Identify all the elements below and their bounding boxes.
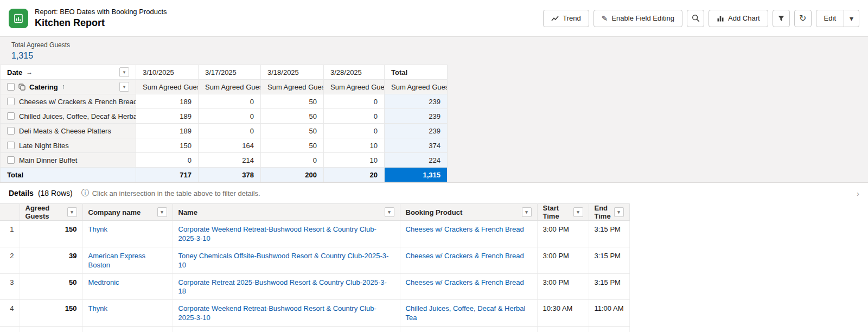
enable-field-editing-button[interactable]: ✎ Enable Field Editing [593,10,682,27]
company-link[interactable]: Thynk [82,300,173,327]
company-filter-button[interactable]: ▾ [157,207,167,217]
end-time-filter-button[interactable]: ▾ [614,207,624,217]
row-number: 4 [0,300,20,327]
pivot-col-header[interactable]: 3/10/2025 [136,65,199,80]
pivot-cell[interactable]: 214 [199,153,261,168]
refresh-icon: ↻ [799,14,806,23]
pivot-row-total-cell[interactable]: 239 [385,124,448,138]
booking-product-link[interactable]: Cheeses w/ Crackers & French Bread [400,247,537,273]
pivot-cell[interactable]: 150 [136,138,199,153]
chevron-right-icon[interactable]: › [857,189,859,198]
row-checkbox[interactable] [7,127,15,135]
pivot-row-total-cell[interactable]: 239 [385,94,448,109]
pivot-cell[interactable]: 0 [324,124,385,138]
pivot-total-row-label: Total [1,168,136,182]
pivot-cell[interactable]: 0 [199,109,261,124]
refresh-button[interactable]: ↻ [794,10,812,27]
pivot-grand-total-cell-selected[interactable]: 1,315 [385,168,448,182]
pivot-col-header[interactable]: 3/18/2025 [261,65,324,80]
date-column-menu-button[interactable]: ▾ [119,67,129,77]
booking-product-link[interactable]: Chilled Juices, Coffee, Decaf & Herbal T… [400,327,537,332]
pivot-row-label[interactable]: Deli Meats & Cheese Platters [1,124,136,138]
catering-dimension-header[interactable]: Catering ↑ ▾ [1,80,136,94]
summary-label: Total Agreed Guests [11,41,868,49]
add-chart-button[interactable]: Add Chart [709,10,768,27]
pivot-cell[interactable]: 50 [261,138,324,153]
pivot-row-label[interactable]: Cheeses w/ Crackers & French Bread [1,94,136,109]
booking-product-link[interactable]: Cheeses w/ Crackers & French Bread [400,273,537,300]
edit-button[interactable]: Edit [816,10,844,27]
pivot-cell[interactable]: 189 [136,94,199,109]
end-time-column-header[interactable]: End Time▾ [589,204,629,221]
pivot-row-label[interactable]: Late Night Bites [1,138,136,153]
company-link[interactable]: Thynk [82,221,173,247]
booking-product-link[interactable]: Cheeses w/ Crackers & French Bread [400,221,537,247]
company-link[interactable]: American Express Boston [82,327,173,332]
details-section: Details (18 Rows) ⓘ Click an intersectio… [0,182,868,332]
booking-product-filter-button[interactable]: ▾ [522,207,532,217]
row-checkbox[interactable] [7,112,15,120]
details-row-count: (18 Rows) [38,189,73,197]
pivot-cell[interactable]: 0 [261,153,324,168]
date-dimension-header[interactable]: Date → ▾ [1,65,136,80]
company-name-column-header[interactable]: Company name▾ [82,204,173,221]
pivot-total-cell[interactable]: 200 [261,168,324,182]
agreed-guests-column-header[interactable]: Agreed Guests▾ [20,204,82,221]
pivot-cell[interactable]: 0 [199,94,261,109]
pivot-cell[interactable]: 0 [199,124,261,138]
pivot-total-row: Total 717 378 200 20 1,315 [1,168,448,182]
start-time-column-header[interactable]: Start Time▾ [537,204,589,221]
booking-name-link[interactable]: Corporate Retreat 2025-Bushwood Resort &… [173,273,400,300]
pivot-row-label[interactable]: Chilled Juices, Coffee, Decaf & Herbal T… [1,109,136,124]
report-glyph [13,13,24,24]
pivot-row-total-cell[interactable]: 239 [385,109,448,124]
pivot-total-cell[interactable]: 378 [199,168,261,182]
pivot-row-label[interactable]: Main Dinner Buffet [1,153,136,168]
booking-name-link[interactable]: Corporate Weekend Retreat-Bushwood Resor… [173,300,400,327]
row-checkbox[interactable] [7,98,15,105]
edit-more-actions-button[interactable]: ▾ [844,10,859,27]
catering-row-menu-button[interactable]: ▾ [119,82,129,92]
company-link[interactable]: American Express Boston [82,247,173,273]
start-time-cell: 3:00 PM [537,247,589,273]
booking-product-column-header[interactable]: Booking Product▾ [400,204,537,221]
pivot-cell[interactable]: 10 [324,153,385,168]
trend-button[interactable]: Trend [543,10,589,27]
booking-product-link[interactable]: Chilled Juices, Coffee, Decaf & Herbal T… [400,300,537,327]
pivot-total-cell[interactable]: 717 [136,168,199,182]
name-column-header[interactable]: Name▾ [173,204,400,221]
pivot-col-header[interactable]: 3/17/2025 [199,65,261,80]
company-link[interactable]: Medtronic [82,273,173,300]
booking-name-link[interactable]: Toney Chemicals Offsite-Bushwood Resort … [173,327,400,332]
pivot-row-total-cell[interactable]: 224 [385,153,448,168]
agreed-guests-filter-button[interactable]: ▾ [67,207,77,217]
trend-icon [551,15,559,22]
pivot-cell[interactable]: 189 [136,124,199,138]
measure-label: Sum Agreed Guests [385,80,448,94]
pivot-col-header[interactable]: 3/28/2025 [324,65,385,80]
pivot-total-col-header[interactable]: Total [385,65,448,80]
pivot-cell[interactable]: 10 [324,138,385,153]
row-checkbox[interactable] [7,142,15,149]
pivot-cell[interactable]: 0 [136,153,199,168]
pivot-cell[interactable]: 164 [199,138,261,153]
pivot-total-cell[interactable]: 20 [324,168,385,182]
search-button[interactable] [687,10,704,27]
pivot-row-total-cell[interactable]: 374 [385,138,448,153]
start-time-cell: 10:30 AM [537,300,589,327]
filter-button[interactable] [773,10,790,27]
select-all-checkbox[interactable] [7,83,15,91]
booking-name-link[interactable]: Corporate Weekend Retreat-Bushwood Resor… [173,221,400,247]
pivot-cell[interactable]: 50 [261,109,324,124]
start-time-filter-button[interactable]: ▾ [573,207,583,217]
chart-icon [717,15,724,22]
name-filter-button[interactable]: ▾ [385,207,394,217]
end-time-cell: 11:00 AM [589,300,629,327]
row-checkbox[interactable] [7,156,15,164]
booking-name-link[interactable]: Toney Chemicals Offsite-Bushwood Resort … [173,247,400,273]
pivot-cell[interactable]: 189 [136,109,199,124]
pivot-cell[interactable]: 50 [261,94,324,109]
pivot-cell[interactable]: 0 [324,109,385,124]
pivot-cell[interactable]: 0 [324,94,385,109]
pivot-cell[interactable]: 50 [261,124,324,138]
